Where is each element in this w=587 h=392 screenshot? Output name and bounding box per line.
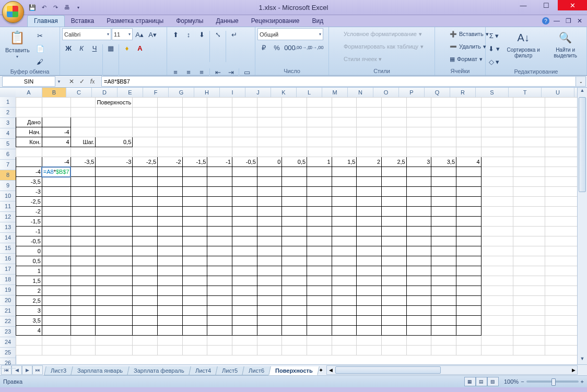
cell-C4[interactable]: [71, 127, 96, 137]
cell-D7[interactable]: -3: [96, 157, 133, 167]
cell-J16[interactable]: [257, 246, 282, 256]
cell-B7[interactable]: -4: [42, 157, 71, 167]
cell-U2[interactable]: [545, 108, 578, 117]
cell-L26[interactable]: [307, 346, 332, 355]
cell-H14[interactable]: [207, 227, 232, 236]
cell-O26[interactable]: [382, 346, 407, 355]
cell-C13[interactable]: [71, 217, 96, 227]
cut-icon[interactable]: ✂: [34, 29, 46, 42]
cell-R9[interactable]: [456, 177, 482, 187]
cell-H5[interactable]: [207, 137, 232, 147]
cell-A22[interactable]: 3: [16, 306, 42, 316]
scroll-up-icon[interactable]: ▲: [578, 88, 587, 96]
cell-P21[interactable]: [406, 296, 431, 306]
cell-K23[interactable]: [282, 316, 307, 326]
cell-L4[interactable]: [307, 127, 332, 137]
cell-U1[interactable]: [545, 98, 578, 108]
cell-E9[interactable]: [133, 177, 158, 187]
cell-E12[interactable]: [133, 207, 158, 217]
cell-G22[interactable]: [182, 306, 207, 316]
cell-C15[interactable]: [71, 236, 96, 246]
office-button[interactable]: [2, 1, 24, 23]
row-header-22[interactable]: 22: [0, 316, 16, 327]
cell-E10[interactable]: [133, 187, 158, 197]
cell-A25[interactable]: [16, 336, 42, 346]
cell-I2[interactable]: [232, 108, 257, 117]
decrease-font-icon[interactable]: A▾: [146, 28, 159, 41]
cell-G14[interactable]: [182, 227, 207, 236]
cell-D17[interactable]: [96, 256, 133, 266]
cell-P2[interactable]: [406, 108, 431, 117]
cell-N7[interactable]: 2: [357, 157, 382, 167]
cell-L19[interactable]: [307, 276, 332, 286]
ribbon-minimize-icon[interactable]: —: [553, 17, 561, 25]
cell-G24[interactable]: [182, 326, 207, 336]
cell-U6[interactable]: [545, 147, 578, 157]
cell-T26[interactable]: [513, 346, 545, 355]
zoom-out-icon[interactable]: −: [521, 378, 524, 385]
cell-M15[interactable]: [332, 236, 357, 246]
cell-S18[interactable]: [481, 266, 513, 276]
cell-G4[interactable]: [182, 127, 207, 137]
cell-D3[interactable]: [96, 117, 133, 127]
cell-O8[interactable]: [382, 167, 407, 177]
cell-N1[interactable]: [357, 98, 382, 108]
cell-G19[interactable]: [182, 276, 207, 286]
cell-J22[interactable]: [257, 306, 282, 316]
cell-R23[interactable]: [456, 316, 482, 326]
cell-U17[interactable]: [545, 256, 578, 266]
col-header-G[interactable]: G: [169, 88, 194, 97]
cell-C23[interactable]: [71, 316, 96, 326]
cell-C3[interactable]: [71, 117, 96, 127]
cell-H17[interactable]: [207, 256, 232, 266]
cell-M19[interactable]: [332, 276, 357, 286]
delete-cells-button[interactable]: ➖ Удалить ▾: [437, 41, 488, 52]
cell-E25[interactable]: [133, 336, 158, 346]
cell-K13[interactable]: [282, 217, 307, 227]
cell-G17[interactable]: [182, 256, 207, 266]
cell-T23[interactable]: [513, 316, 545, 326]
cell-O13[interactable]: [382, 217, 407, 227]
cell-A1[interactable]: [16, 98, 42, 108]
cell-H12[interactable]: [207, 207, 232, 217]
cell-G6[interactable]: [182, 147, 207, 157]
cell-G5[interactable]: [182, 137, 207, 147]
cell-L3[interactable]: [307, 117, 332, 127]
normal-view-icon[interactable]: ▦: [464, 377, 476, 386]
cell-R10[interactable]: [456, 187, 482, 197]
cell-A4[interactable]: Нач.: [16, 127, 42, 137]
cell-M23[interactable]: [332, 316, 357, 326]
cell-I21[interactable]: [232, 296, 257, 306]
cell-F3[interactable]: [158, 117, 183, 127]
format-painter-icon[interactable]: 🖌: [34, 55, 46, 68]
cell-C17[interactable]: [71, 256, 96, 266]
cell-O7[interactable]: 2,5: [382, 157, 407, 167]
cell-B14[interactable]: [42, 227, 71, 236]
cell-B16[interactable]: [42, 246, 71, 256]
cell-O21[interactable]: [382, 296, 407, 306]
cell-N8[interactable]: [357, 167, 382, 177]
row-header-11[interactable]: 11: [0, 201, 16, 212]
cell-A8[interactable]: -4: [16, 167, 42, 177]
cell-Q13[interactable]: [431, 217, 456, 227]
cell-E1[interactable]: [133, 98, 158, 108]
border-icon[interactable]: ▦: [104, 42, 117, 54]
cell-B6[interactable]: [42, 147, 71, 157]
cell-O4[interactable]: [382, 127, 407, 137]
cell-L22[interactable]: [307, 306, 332, 316]
cell-S8[interactable]: [481, 167, 513, 177]
cell-Q7[interactable]: 3,5: [431, 157, 456, 167]
cell-H23[interactable]: [207, 316, 232, 326]
cell-O22[interactable]: [382, 306, 407, 316]
cell-R21[interactable]: [456, 296, 482, 306]
cell-C14[interactable]: [71, 227, 96, 236]
cell-F13[interactable]: [158, 217, 183, 227]
zoom-slider[interactable]: [526, 381, 579, 383]
col-header-J[interactable]: J: [245, 88, 271, 97]
cell-Q9[interactable]: [431, 177, 456, 187]
cell-L1[interactable]: [307, 98, 332, 108]
cell-G25[interactable]: [182, 336, 207, 346]
cell-N24[interactable]: [357, 326, 382, 336]
cell-N3[interactable]: [357, 117, 382, 127]
cell-M24[interactable]: [332, 326, 357, 336]
